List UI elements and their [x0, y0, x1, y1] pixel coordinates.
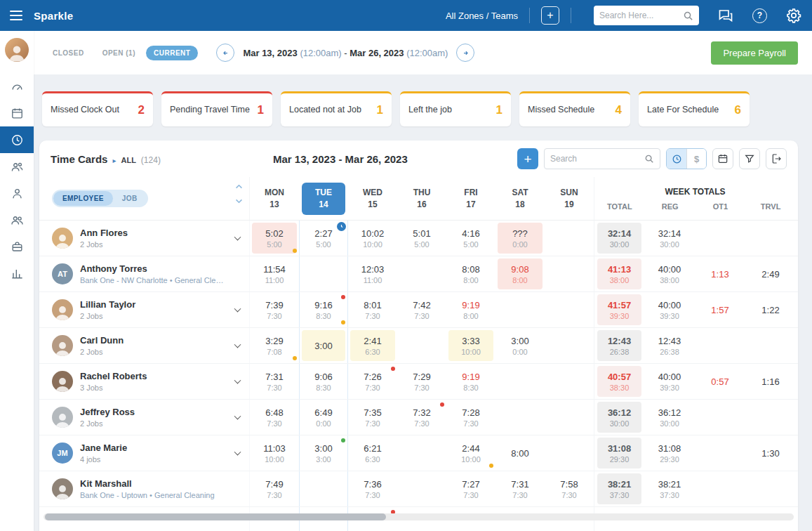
employee-cell[interactable]: ATAnthony TorresBank One - NW Charlotte … — [39, 256, 250, 291]
global-search-input[interactable] — [599, 11, 683, 20]
timecard-cell[interactable] — [495, 364, 545, 399]
next-period-button[interactable] — [456, 44, 474, 62]
add-timecard-button[interactable]: + — [517, 148, 538, 169]
messages-icon[interactable] — [717, 7, 734, 24]
timecard-cell[interactable] — [397, 328, 446, 363]
timecard-cell[interactable] — [545, 400, 594, 435]
sidebar-item-dashboard[interactable] — [0, 73, 34, 100]
chevron-down-icon[interactable] — [234, 413, 241, 420]
timecard-cell[interactable]: 9:068:30 — [299, 364, 348, 399]
timecard-cell[interactable]: 4:165:00 — [446, 221, 495, 256]
timecard-cell[interactable]: 7:397:30 — [250, 292, 299, 327]
employee-cell[interactable]: Carl Dunn2 Jobs — [39, 328, 250, 363]
sidebar-item-timecards[interactable] — [0, 126, 34, 153]
chevron-down-icon[interactable] — [234, 306, 241, 313]
timecard-cell[interactable]: 12:0311:00 — [348, 256, 397, 291]
search-icon[interactable] — [644, 154, 654, 164]
prepare-payroll-button[interactable]: Prepare Payroll — [711, 41, 798, 65]
timecard-cell[interactable] — [545, 256, 594, 291]
timecard-cell[interactable]: 7:317:30 — [250, 364, 299, 399]
tab-closed[interactable]: CLOSED — [45, 46, 92, 60]
timecard-cell[interactable] — [397, 435, 446, 471]
day-header-tue[interactable]: TUE14 — [299, 177, 348, 220]
timecard-cell[interactable]: 7:367:30 — [348, 471, 397, 506]
view-toggle-employee[interactable]: EMPLOYEE — [53, 191, 113, 206]
timecard-cell[interactable]: 3:000:00 — [495, 328, 545, 363]
timecard-cell[interactable] — [397, 471, 446, 506]
timecard-cell[interactable] — [545, 435, 594, 471]
timecard-cell[interactable] — [299, 471, 348, 506]
employee-cell[interactable]: Kit MarshallBank One - Uptown • General … — [39, 471, 250, 506]
chevron-down-icon[interactable] — [234, 341, 241, 348]
filter-button[interactable] — [739, 148, 760, 169]
alert-card-late-for-schedule[interactable]: Late For Schedule6 — [639, 91, 750, 126]
day-header-thu[interactable]: THU16 — [397, 177, 446, 220]
timecard-cell[interactable]: 7:317:30 — [495, 471, 545, 506]
timecard-cell[interactable]: 3:297:08 — [250, 328, 299, 363]
timecard-cell[interactable]: 9:168:30 — [299, 292, 348, 327]
timecard-cell[interactable]: 2:416:30 — [348, 328, 397, 363]
employee-cell[interactable]: Rachel Roberts3 Jobs — [39, 364, 250, 399]
timecard-cell[interactable]: 7:287:30 — [446, 400, 495, 435]
timecard-cell[interactable] — [545, 221, 594, 256]
timecard-cell[interactable]: 6:487:30 — [250, 400, 299, 435]
timecard-cell[interactable]: 7:357:30 — [348, 400, 397, 435]
timecard-cell[interactable]: 8:088:00 — [446, 256, 495, 291]
employee-cell[interactable]: Ann Flores2 Jobs — [39, 221, 250, 256]
timecard-cell[interactable] — [299, 256, 348, 291]
scrollbar-thumb[interactable] — [45, 513, 386, 520]
sidebar-item-jobs[interactable] — [0, 233, 34, 260]
view-toggle-job[interactable]: JOB — [113, 191, 147, 206]
tab-current[interactable]: CURRENT — [146, 46, 198, 60]
timecard-cell[interactable]: 10:0210:00 — [348, 221, 397, 256]
scope-selector[interactable]: ALL — [121, 156, 135, 164]
timecard-cell[interactable]: 7:327:30 — [397, 400, 446, 435]
user-avatar[interactable] — [5, 38, 29, 62]
quick-add-button[interactable]: + — [541, 6, 559, 25]
timecard-cell[interactable]: 7:497:30 — [250, 471, 299, 506]
day-header-mon[interactable]: MON13 — [250, 177, 299, 220]
timecard-cell[interactable]: 9:198:00 — [446, 292, 495, 327]
menu-icon[interactable] — [0, 0, 32, 31]
collapse-all-icon[interactable] — [234, 183, 244, 191]
time-view-button[interactable] — [667, 149, 686, 169]
alert-card-located-not-at-job[interactable]: Located not at Job1 — [281, 91, 392, 126]
settings-icon[interactable] — [785, 7, 802, 24]
chevron-down-icon[interactable] — [234, 234, 241, 241]
alert-card-missed-clock-out[interactable]: Missed Clock Out2 — [42, 91, 153, 126]
table-search-input[interactable] — [550, 154, 644, 164]
timecard-cell[interactable] — [495, 400, 545, 435]
timecard-cell[interactable]: 7:267:30 — [348, 364, 397, 399]
timecard-cell[interactable]: 5:015:00 — [397, 221, 446, 256]
alert-card-missed-schedule[interactable]: Missed Schedule4 — [519, 91, 630, 126]
timecard-cell[interactable]: 7:277:30 — [446, 471, 495, 506]
employee-cell[interactable]: Lillian Taylor2 Jobs — [39, 292, 250, 327]
timecard-cell[interactable]: 7:297:30 — [397, 364, 446, 399]
zones-teams-selector[interactable]: All Zones / Teams — [446, 11, 518, 21]
timecard-cell[interactable]: 3:00 — [299, 328, 348, 363]
alert-card-left-the-job[interactable]: Left the job1 — [400, 91, 511, 126]
timecard-cell[interactable]: 2:275:00 — [299, 221, 348, 256]
expand-all-icon[interactable] — [234, 197, 244, 204]
timecard-cell[interactable] — [545, 364, 594, 399]
chevron-down-icon[interactable] — [234, 377, 241, 384]
timecard-cell[interactable]: ???0:00 — [495, 221, 545, 256]
timecard-cell[interactable]: 5:025:00 — [250, 221, 299, 256]
timecard-cell[interactable] — [545, 328, 594, 363]
timecard-cell[interactable]: 11:0310:00 — [250, 435, 299, 471]
sidebar-item-teams[interactable] — [0, 153, 34, 180]
timecard-cell[interactable]: 7:427:30 — [397, 292, 446, 327]
chevron-down-icon[interactable] — [234, 449, 241, 456]
export-button[interactable] — [766, 148, 787, 169]
employee-cell[interactable]: Jeffrey Ross2 Jobs — [39, 400, 250, 435]
timecard-cell[interactable] — [397, 256, 446, 291]
money-view-button[interactable]: $ — [686, 149, 706, 169]
timecard-cell[interactable]: 2:4410:00 — [446, 435, 495, 471]
timecard-cell[interactable] — [545, 292, 594, 327]
calendar-button[interactable] — [712, 148, 733, 169]
timecard-cell[interactable]: 6:216:30 — [348, 435, 397, 471]
timecard-cell[interactable]: 8:017:30 — [348, 292, 397, 327]
alert-card-pending-travel-time[interactable]: Pending Travel Time1 — [161, 91, 272, 126]
timecard-cell[interactable]: 7:587:30 — [545, 471, 594, 506]
help-icon[interactable]: ? — [752, 8, 767, 23]
